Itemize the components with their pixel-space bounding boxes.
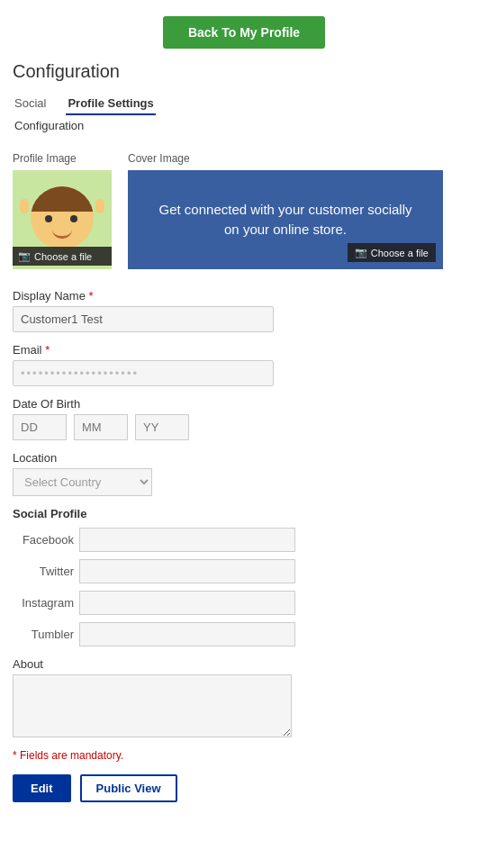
cover-text-line1: Get connected with your customer sociall… xyxy=(159,202,412,217)
profile-image-block: Profile Image 📷 Choose a file xyxy=(13,152,112,269)
dob-yy-input[interactable] xyxy=(135,414,189,440)
page-title: Configuration xyxy=(13,61,475,82)
email-label: Email * xyxy=(13,343,475,357)
about-textarea[interactable] xyxy=(13,674,292,737)
avatar-eye-right xyxy=(70,215,77,222)
location-label: Location xyxy=(13,451,475,465)
back-to-profile-button[interactable]: Back To My Profile xyxy=(163,16,325,49)
social-tumbler-input[interactable] xyxy=(79,622,295,646)
dob-dd-input[interactable] xyxy=(13,414,67,440)
display-name-input[interactable] xyxy=(13,306,274,332)
about-section: About xyxy=(13,657,475,740)
social-profile-title: Social Profile xyxy=(13,507,475,520)
dob-label: Date Of Birth xyxy=(13,397,475,411)
tabs-row1: Social Profile Settings xyxy=(13,91,475,115)
location-select[interactable]: Select Country xyxy=(13,468,152,496)
email-input[interactable] xyxy=(13,360,274,386)
display-name-label: Display Name * xyxy=(13,289,475,303)
tab-profile-settings[interactable]: Profile Settings xyxy=(66,91,155,115)
avatar-mouth xyxy=(52,230,72,239)
dob-section: Date Of Birth xyxy=(13,397,475,440)
social-tumbler-label: Tumbler xyxy=(13,628,74,641)
cover-choose-file-label: Choose a file xyxy=(371,248,429,258)
profile-image-label: Profile Image xyxy=(13,152,112,165)
tab-configuration[interactable]: Configuration xyxy=(13,115,86,136)
avatar-face xyxy=(31,186,94,249)
about-label: About xyxy=(13,657,475,671)
social-instagram-input[interactable] xyxy=(79,591,295,615)
profile-choose-file-button[interactable]: 📷 Choose a file xyxy=(13,247,112,266)
social-facebook-input[interactable] xyxy=(79,528,295,552)
social-twitter-row: Twitter xyxy=(13,559,475,583)
email-section: Email * xyxy=(13,343,475,386)
cover-choose-file-button[interactable]: 📷 Choose a file xyxy=(348,243,436,262)
tabs-row2: Configuration xyxy=(13,115,475,136)
dob-mm-input[interactable] xyxy=(74,414,128,440)
social-facebook-row: Facebook xyxy=(13,528,475,552)
tabs: Social Profile Settings Configuration xyxy=(13,91,475,136)
cover-text-line2: on your online store. xyxy=(224,222,347,237)
display-name-required: * xyxy=(89,289,94,303)
avatar-hair xyxy=(31,186,94,212)
social-instagram-label: Instagram xyxy=(13,596,74,610)
avatar-eye-left xyxy=(45,215,52,222)
social-instagram-row: Instagram xyxy=(13,591,475,615)
action-buttons: Edit Public View xyxy=(13,774,475,802)
dob-row xyxy=(13,414,475,440)
avatar-ear-left xyxy=(20,199,29,213)
display-name-section: Display Name * xyxy=(13,289,475,332)
email-required: * xyxy=(45,343,50,357)
cover-image-text: Get connected with your customer sociall… xyxy=(159,200,412,240)
mandatory-note: * Fields are mandatory. xyxy=(13,749,475,762)
cover-image-label: Cover Image xyxy=(128,152,443,165)
edit-button[interactable]: Edit xyxy=(13,774,71,802)
cover-camera-icon: 📷 xyxy=(355,247,367,258)
cover-image-container: Get connected with your customer sociall… xyxy=(128,170,443,269)
cover-image-block: Cover Image Get connected with your cust… xyxy=(128,152,443,269)
social-profile-section: Social Profile Facebook Twitter Instagra… xyxy=(13,507,475,646)
social-twitter-input[interactable] xyxy=(79,559,295,583)
location-section: Location Select Country xyxy=(13,451,475,496)
social-tumbler-row: Tumbler xyxy=(13,622,475,646)
images-section: Profile Image 📷 Choose a file xyxy=(13,152,475,269)
social-twitter-label: Twitter xyxy=(13,565,74,578)
profile-choose-file-label: Choose a file xyxy=(34,251,92,262)
public-view-button[interactable]: Public View xyxy=(80,774,177,802)
profile-image-container: 📷 Choose a file xyxy=(13,170,112,269)
tab-social[interactable]: Social xyxy=(13,91,48,115)
social-facebook-label: Facebook xyxy=(13,533,74,547)
camera-icon: 📷 xyxy=(18,250,31,262)
page-content: Configuration Social Profile Settings Co… xyxy=(0,61,488,820)
top-bar: Back To My Profile xyxy=(0,0,488,61)
avatar-ear-right xyxy=(95,199,104,213)
